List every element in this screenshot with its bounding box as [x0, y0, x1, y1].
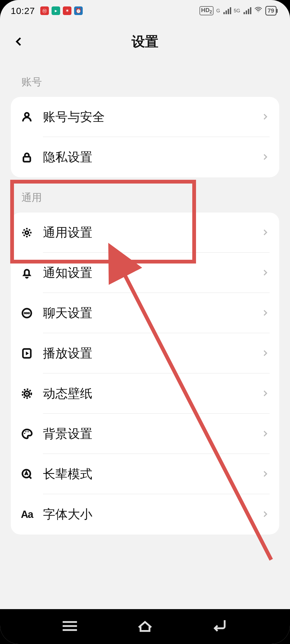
- back-button[interactable]: [11, 34, 27, 50]
- row-label: 聊天设置: [43, 305, 262, 321]
- chevron-right-icon: [262, 510, 270, 518]
- magnify-a-icon: [20, 468, 33, 481]
- chevron-right-icon: [262, 470, 270, 478]
- row-label: 通用设置: [43, 224, 262, 241]
- person-icon: [20, 111, 33, 123]
- chat-icon: [20, 307, 33, 320]
- chevron-right-icon: [262, 229, 270, 237]
- alarm-icon: ⏰: [74, 6, 83, 15]
- svg-point-10: [26, 393, 28, 395]
- page-title: 设置: [132, 33, 158, 51]
- chevron-left-icon: [14, 37, 24, 46]
- section-title-account: 账号: [0, 62, 290, 97]
- font-size-icon: Aa: [20, 508, 33, 521]
- row-label: 动态壁纸: [43, 385, 262, 402]
- target-icon: [20, 387, 33, 400]
- nav-recent-button[interactable]: [60, 619, 79, 634]
- carrier-icon: ㊕: [40, 6, 49, 15]
- lock-icon: [20, 151, 33, 164]
- header: 设置: [0, 21, 290, 62]
- nav-home-button[interactable]: [136, 619, 154, 634]
- play-icon: [20, 347, 33, 360]
- row-label: 长辈模式: [43, 466, 262, 482]
- status-bar: 10:27 ㊕ ▸ ✶ ⏰ HD2 G 5G 79: [0, 0, 290, 21]
- network-5g-label: 5G: [234, 8, 240, 14]
- app-notification-icon: ✶: [63, 6, 71, 15]
- palette-icon: [20, 427, 33, 440]
- section-card-account: 账号与安全 隐私设置: [11, 97, 279, 177]
- row-elder[interactable]: 长辈模式: [11, 454, 279, 494]
- svg-point-5: [27, 313, 27, 313]
- svg-point-11: [24, 433, 25, 434]
- signal-bars-icon: [223, 7, 231, 14]
- bell-icon: [20, 266, 33, 279]
- row-fontsize[interactable]: Aa 字体大小: [11, 494, 279, 535]
- chevron-right-icon: [262, 269, 270, 277]
- signal-bars-5g-icon: [244, 7, 251, 14]
- svg-point-0: [25, 113, 29, 117]
- svg-point-4: [25, 313, 25, 313]
- svg-point-12: [25, 431, 26, 432]
- row-general[interactable]: 通用设置: [11, 213, 279, 253]
- row-background[interactable]: 背景设置: [11, 414, 279, 454]
- row-notification[interactable]: 通知设置: [11, 253, 279, 293]
- chevron-right-icon: [262, 349, 270, 357]
- svg-rect-1: [23, 157, 30, 162]
- system-navbar: [0, 609, 290, 644]
- row-wallpaper[interactable]: 动态壁纸: [11, 374, 279, 414]
- svg-point-13: [27, 431, 28, 432]
- row-label: 播放设置: [43, 345, 262, 362]
- battery-indicator: 79: [265, 6, 277, 16]
- row-privacy[interactable]: 隐私设置: [11, 137, 279, 177]
- row-label: 字体大小: [43, 506, 262, 523]
- row-label: 背景设置: [43, 426, 262, 442]
- section-title-general: 通用: [0, 177, 290, 213]
- chevron-right-icon: [262, 113, 270, 121]
- status-time: 10:27: [11, 6, 35, 16]
- chevron-right-icon: [262, 390, 270, 398]
- wifi-icon: [254, 5, 263, 16]
- row-label: 通知设置: [43, 265, 262, 281]
- section-card-general: 通用设置 通知设置 聊天设置 播放设置: [11, 213, 279, 535]
- chevron-right-icon: [262, 153, 270, 161]
- row-chat[interactable]: 聊天设置: [11, 293, 279, 333]
- video-app-icon: ▸: [52, 6, 60, 15]
- gear-icon: [20, 226, 33, 239]
- chevron-right-icon: [262, 309, 270, 317]
- row-account-security[interactable]: 账号与安全: [11, 97, 279, 137]
- svg-point-6: [28, 313, 29, 313]
- row-label: 隐私设置: [43, 149, 262, 166]
- svg-point-2: [25, 231, 28, 234]
- chevron-right-icon: [262, 430, 270, 438]
- row-playback[interactable]: 播放设置: [11, 333, 279, 374]
- network-g-label: G: [216, 8, 220, 14]
- row-label: 账号与安全: [43, 109, 262, 125]
- nav-back-button[interactable]: [211, 619, 230, 634]
- hd-badge: HD2: [200, 6, 214, 15]
